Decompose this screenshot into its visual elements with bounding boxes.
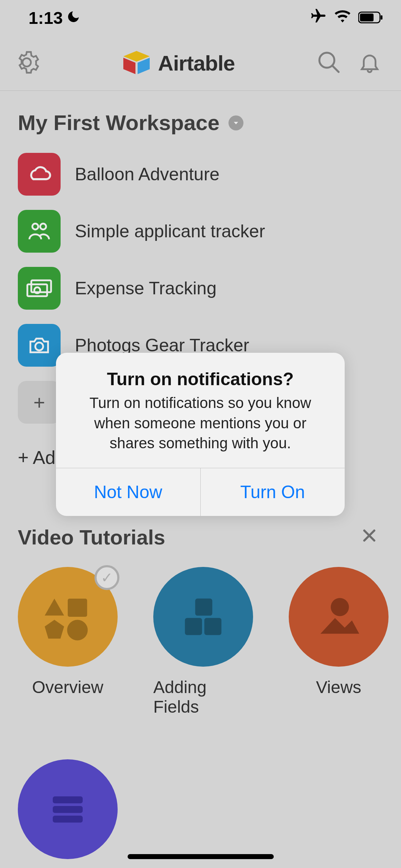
svg-rect-17	[185, 618, 202, 635]
image-icon	[289, 567, 389, 667]
people-icon	[18, 210, 61, 253]
not-now-button[interactable]: Not Now	[56, 468, 201, 516]
status-bar: 1:13	[0, 0, 401, 36]
workspace-selector[interactable]: My First Workspace	[18, 110, 383, 135]
svg-rect-22	[53, 816, 83, 823]
tutorial-label: Adding Fields	[153, 677, 253, 717]
airplane-icon	[310, 7, 327, 29]
svg-rect-21	[53, 806, 83, 813]
airtable-logo-icon	[120, 49, 153, 77]
svg-rect-16	[195, 599, 212, 616]
check-icon: ✓	[94, 565, 119, 590]
status-time: 1:13	[29, 8, 63, 28]
svg-point-11	[35, 342, 43, 350]
svg-point-19	[331, 598, 349, 616]
base-label: Balloon Adventure	[75, 164, 220, 185]
base-label: Simple applicant tracker	[75, 221, 265, 242]
menu-icon	[18, 759, 118, 859]
svg-rect-2	[381, 15, 382, 20]
money-icon	[18, 267, 61, 310]
tutorial-label: Overview	[32, 677, 103, 697]
home-indicator[interactable]	[128, 854, 274, 859]
svg-marker-12	[45, 599, 64, 616]
base-label: Expense Tracking	[75, 278, 216, 299]
app-title: Airtable	[158, 51, 235, 76]
cloud-icon	[18, 153, 61, 196]
base-item-expense-tracking[interactable]: Expense Tracking	[18, 267, 383, 310]
close-tutorials-button[interactable]	[361, 526, 383, 549]
tutorial-more[interactable]	[18, 759, 118, 859]
svg-line-7	[332, 66, 339, 72]
notifications-button[interactable]	[358, 50, 381, 77]
plus-icon: +	[18, 381, 61, 424]
workspace-title: My First Workspace	[18, 110, 220, 135]
search-button[interactable]	[316, 50, 342, 77]
blocks-icon	[153, 567, 253, 667]
tutorials-title: Video Tutorials	[18, 525, 165, 549]
tutorial-adding-fields[interactable]: Adding Fields	[153, 567, 253, 717]
base-item-applicant-tracker[interactable]: Simple applicant tracker	[18, 210, 383, 253]
notifications-alert: Turn on notifications? Turn on notificat…	[56, 353, 345, 516]
svg-rect-8	[27, 284, 47, 296]
alert-message: Turn on notifications so you know when s…	[70, 393, 330, 454]
app-header: Airtable	[0, 36, 401, 91]
svg-rect-1	[360, 14, 374, 21]
chevron-down-icon	[228, 115, 243, 130]
settings-button[interactable]	[14, 50, 39, 76]
tutorial-label: Views	[316, 677, 361, 697]
status-left: 1:13	[29, 8, 81, 28]
turn-on-button[interactable]: Turn On	[201, 468, 345, 516]
svg-rect-20	[53, 796, 83, 804]
status-right	[310, 7, 383, 29]
app-logo: Airtable	[120, 49, 235, 77]
base-item-balloon-adventure[interactable]: Balloon Adventure	[18, 153, 383, 196]
svg-point-15	[67, 620, 88, 641]
tutorial-overview[interactable]: ✓ Overview	[18, 567, 118, 717]
svg-rect-13	[68, 599, 87, 617]
battery-icon	[358, 8, 383, 28]
svg-rect-18	[204, 618, 221, 635]
alert-title: Turn on notifications?	[70, 369, 330, 389]
moon-icon	[66, 8, 81, 28]
camera-icon	[18, 324, 61, 367]
wifi-icon	[334, 8, 351, 28]
svg-marker-14	[45, 620, 64, 639]
tutorial-views[interactable]: Views	[289, 567, 389, 717]
